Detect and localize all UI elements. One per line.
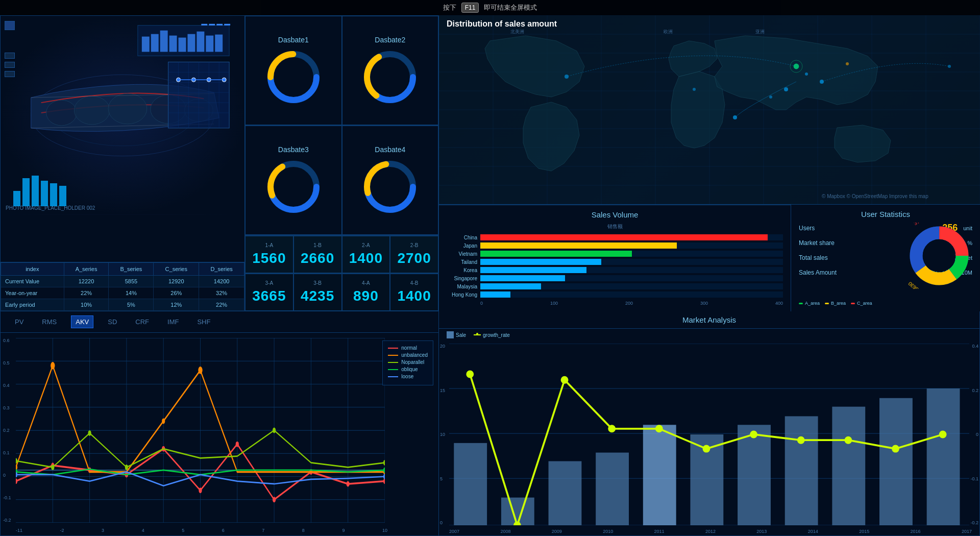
ctrl-btn-1[interactable] — [5, 21, 15, 30]
metrics-row-2: 3-A 3665 3-B 4235 4-A 890 4-B 1400 — [245, 273, 438, 311]
x-9: 9 — [342, 528, 345, 533]
svg-point-84 — [565, 75, 569, 79]
metric-2b: 2-B 2700 — [390, 236, 438, 273]
svg-point-79 — [784, 87, 788, 91]
y-0.3: 0.3 — [3, 405, 11, 410]
dasbate2-title: Dasbate2 — [375, 36, 405, 44]
sv-title: Sales Volume — [447, 210, 783, 219]
tab-sd[interactable]: SD — [104, 316, 121, 328]
tab-pv[interactable]: PV — [11, 316, 28, 328]
legend-line-oblique — [388, 369, 398, 370]
sv-row-malaysia: Malaysia — [447, 283, 783, 289]
svg-point-132 — [162, 418, 165, 424]
col-d: D_series — [199, 263, 244, 276]
svg-point-126 — [273, 497, 276, 502]
legend-unbalanced: unbalanced — [388, 352, 428, 358]
tab-imf[interactable]: IMF — [163, 316, 183, 328]
tab-akv[interactable]: AKV — [71, 315, 93, 328]
chart-legend: normal unbalanced Noparallel oblique loo… — [382, 340, 433, 385]
dasbate3-cell: Dasbate3 — [245, 126, 342, 235]
metric-2b-value: 2700 — [397, 250, 431, 266]
data-table: index A_series B_series C_series D_serie… — [1, 262, 244, 311]
dasbate2-cell: Dasbate2 — [342, 16, 439, 125]
col-a: A_series — [64, 263, 109, 276]
x-10: 10 — [382, 528, 387, 533]
svg-point-165 — [655, 425, 663, 432]
svg-rect-35 — [215, 35, 223, 52]
svg-point-168 — [797, 436, 805, 444]
sv-country-korea: Korea — [447, 267, 477, 273]
sv-bar-bg-japan — [480, 242, 783, 249]
svg-point-161 — [466, 370, 474, 378]
tab-crf[interactable]: CRF — [131, 316, 153, 328]
x-7: 7 — [262, 528, 264, 533]
f11-key: F11 — [461, 3, 479, 13]
svg-rect-154 — [643, 425, 676, 525]
svg-rect-38 — [216, 24, 223, 26]
ma-y-15: 15 — [440, 388, 445, 393]
world-map-svg: © Mapbox © OpenStreetMap Improve this ma… — [439, 15, 980, 204]
row2-label: Year-on-year — [1, 287, 64, 299]
metric-1b: 1-B 2660 — [293, 236, 342, 273]
sv-bar-bg-vietnam — [480, 251, 783, 257]
metric-3b-label: 3-B — [313, 280, 322, 286]
ctrl-btn-2[interactable] — [5, 53, 15, 59]
svg-rect-150 — [454, 443, 487, 525]
svg-point-167 — [750, 431, 757, 438]
ctrl-btn-3[interactable] — [5, 62, 15, 68]
ma-x-2009: 2009 — [552, 529, 562, 534]
x-4: 4 — [142, 528, 144, 533]
x-6: 6 — [222, 528, 225, 533]
tab-rms[interactable]: RMS — [38, 316, 61, 328]
svg-rect-158 — [832, 407, 865, 525]
row1-a: 12220 — [64, 276, 109, 287]
svg-point-140 — [383, 460, 385, 466]
dasbate4-donut — [362, 159, 418, 215]
svg-point-125 — [236, 442, 239, 447]
y-neg0.2: -0.2 — [3, 518, 11, 523]
row1-c: 12920 — [154, 276, 199, 287]
row3-b: 5% — [109, 299, 154, 311]
legend-dot-b — [825, 303, 829, 304]
ma-x-2011: 2011 — [654, 529, 665, 534]
tabs-row: PV RMS AKV SD CRF IMF SHF — [1, 311, 438, 333]
svg-point-170 — [892, 445, 899, 453]
user-stats-panel: User Statistics — [791, 205, 980, 311]
metric-2a-value: 1400 — [349, 250, 383, 266]
legend-sale-label: Sale — [456, 332, 466, 338]
svg-point-119 — [16, 478, 17, 484]
sv-country-tailand: Tailand — [447, 259, 477, 265]
svg-rect-28 — [151, 34, 159, 52]
svg-point-164 — [608, 425, 616, 432]
us-legend: A_area B_area C_area — [799, 301, 872, 307]
metric-4a-label: 4-A — [362, 280, 370, 286]
svg-rect-34 — [206, 36, 213, 52]
ma-x-2010: 2010 — [603, 529, 613, 534]
metrics-row-1: 1-A 1560 1-B 2660 2-A 1400 2-B 2700 — [245, 235, 438, 273]
row2-a: 22% — [64, 287, 109, 299]
svg-rect-33 — [197, 32, 204, 52]
svg-text:3725: 3725 — [913, 223, 925, 226]
sv-country-singapore: Singapore — [447, 276, 477, 281]
svg-rect-152 — [549, 461, 582, 525]
metric-1b-label: 1-B — [313, 242, 322, 248]
svg-point-138 — [125, 465, 128, 470]
svg-point-3 — [46, 100, 77, 126]
x-axis: -11 -2 3 4 5 6 7 8 9 10 — [16, 528, 387, 533]
bottom-left-panel: PV RMS AKV SD CRF IMF SHF 0.6 0.5 0.4 0.… — [0, 311, 439, 536]
metric-4a: 4-A 890 — [342, 274, 390, 311]
mini-controls — [5, 21, 15, 77]
svg-point-139 — [273, 428, 276, 433]
ctrl-btn-4[interactable] — [5, 71, 15, 77]
svg-rect-39 — [224, 24, 230, 26]
map-title: Distribution of sales amount — [447, 19, 557, 29]
svg-point-137 — [88, 430, 91, 436]
sv-row-korea: Korea — [447, 267, 783, 273]
legend-label-noparallel: Noparallel — [401, 359, 424, 365]
legend-growth-icon — [474, 334, 481, 335]
tab-shf[interactable]: SHF — [193, 316, 214, 328]
svg-rect-160 — [927, 388, 960, 525]
bottom-bar-chart — [13, 176, 85, 206]
metric-4a-value: 890 — [353, 288, 379, 304]
bar-4 — [41, 181, 48, 206]
